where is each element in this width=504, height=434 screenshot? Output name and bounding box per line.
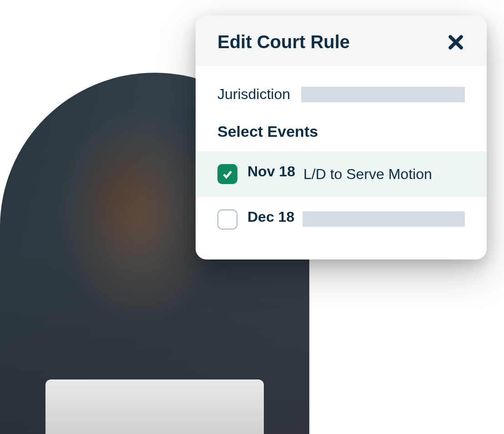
event-row[interactable]: Dec 18: [196, 197, 487, 241]
event-checkbox[interactable]: [217, 210, 237, 229]
close-button[interactable]: [447, 33, 465, 51]
event-date: Nov 18: [247, 163, 295, 180]
event-content: Nov 18 L/D to Serve Motion: [247, 163, 465, 185]
jurisdiction-field: Jurisdiction: [196, 75, 487, 114]
event-description-placeholder: [302, 211, 465, 227]
event-content: Dec 18: [247, 209, 465, 227]
modal-title: Edit Court Rule: [217, 32, 350, 52]
close-icon: [448, 34, 464, 50]
jurisdiction-input[interactable]: [301, 87, 465, 102]
event-row[interactable]: Nov 18 L/D to Serve Motion: [196, 151, 487, 197]
select-events-heading: Select Events: [196, 114, 487, 151]
modal-header: Edit Court Rule: [196, 15, 487, 66]
edit-court-rule-modal: Edit Court Rule Jurisdiction Select Even…: [196, 15, 487, 259]
event-checkbox[interactable]: [217, 164, 237, 184]
event-description: L/D to Serve Motion: [303, 163, 432, 185]
event-date: Dec 18: [247, 209, 294, 225]
laptop-visual: [45, 379, 264, 434]
modal-body: Jurisdiction Select Events Nov 18 L/D to…: [196, 66, 487, 259]
jurisdiction-label: Jurisdiction: [217, 86, 290, 103]
checkmark-icon: [221, 168, 234, 180]
